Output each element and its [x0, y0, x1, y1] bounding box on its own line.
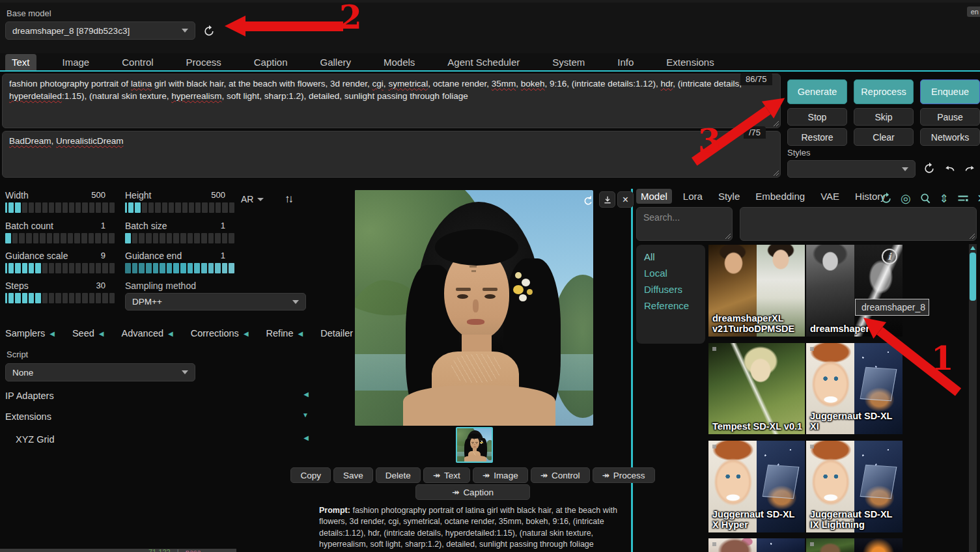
- swap-dimensions-icon[interactable]: ↑↓: [285, 193, 292, 206]
- batch-size-value: 1: [221, 221, 225, 231]
- enqueue-button[interactable]: Enqueue: [920, 79, 980, 104]
- tab-system[interactable]: System: [546, 54, 591, 70]
- scrollbar-thumb[interactable]: [970, 253, 976, 301]
- base-model-value: dreamshaper_8 [879db523c3]: [12, 26, 130, 36]
- send-to-text-button[interactable]: ↠Text: [423, 467, 470, 483]
- styles-apply-icon[interactable]: [942, 161, 957, 176]
- model-card-dreamshaper[interactable]: i dreamshaper: [806, 245, 903, 337]
- networks-tab-style[interactable]: Style: [714, 189, 744, 204]
- search-placeholder: Search...: [643, 212, 680, 223]
- pause-button[interactable]: Pause: [920, 108, 980, 126]
- model-card-partial[interactable]: [806, 538, 903, 552]
- height-slider[interactable]: [125, 202, 234, 213]
- send-to-image-button[interactable]: ↠Image: [473, 467, 528, 483]
- tab-control[interactable]: Control: [115, 54, 160, 70]
- networks-tab-vae[interactable]: VAE: [816, 189, 844, 204]
- width-param: Width500: [5, 190, 115, 213]
- width-label: Width: [5, 190, 29, 200]
- search-icon[interactable]: [919, 192, 932, 205]
- networks-tab-lora[interactable]: Lora: [679, 189, 707, 204]
- skip-button[interactable]: Skip: [854, 108, 914, 126]
- delete-button[interactable]: Delete: [376, 467, 421, 483]
- styles-refresh-icon[interactable]: [921, 161, 937, 176]
- clear-button[interactable]: Clear: [854, 128, 914, 146]
- close-image-button[interactable]: ×: [617, 191, 634, 208]
- filter-diffusers[interactable]: Diffusers: [644, 284, 697, 295]
- refresh-icon[interactable]: [880, 192, 893, 205]
- tab-text[interactable]: Text: [5, 54, 36, 70]
- guidance-end-slider[interactable]: [125, 263, 234, 273]
- networks-search-input[interactable]: Search...: [636, 207, 733, 241]
- sort-icon[interactable]: ⇕: [940, 192, 949, 206]
- copy-button[interactable]: Copy: [290, 467, 331, 483]
- send-to-process-button[interactable]: ↠Process: [593, 467, 655, 483]
- networks-tab-model[interactable]: Model: [636, 189, 672, 204]
- save-button[interactable]: Save: [333, 467, 373, 483]
- batch-count-slider[interactable]: [5, 233, 115, 243]
- width-slider[interactable]: [5, 202, 115, 213]
- networks-toolbar: ◎ ⇕ ×: [880, 190, 980, 207]
- send-to-caption-button[interactable]: ↠Caption: [415, 484, 530, 500]
- tab-process[interactable]: Process: [180, 54, 228, 70]
- model-card-tempest[interactable]: Tempest SD-XL v0.1: [708, 343, 805, 434]
- model-card-juggernaut-x-hyper[interactable]: Juggernaut SD-XL X Hyper: [708, 441, 805, 532]
- xyz-grid-accordion[interactable]: XYZ Grid◀: [16, 434, 309, 445]
- advanced-accordion[interactable]: Advanced◀: [122, 328, 173, 338]
- sampling-method-dropdown[interactable]: DPM++: [125, 293, 306, 310]
- samplers-accordion[interactable]: Samplers◀: [5, 328, 55, 338]
- tab-models[interactable]: Models: [377, 54, 421, 70]
- seed-accordion[interactable]: Seed◀: [72, 328, 104, 338]
- tab-caption[interactable]: Caption: [247, 54, 294, 70]
- gallery-thumbnail[interactable]: [456, 427, 493, 463]
- stop-button[interactable]: Stop: [787, 108, 847, 126]
- tab-image[interactable]: Image: [56, 54, 96, 70]
- refresh-model-icon[interactable]: [201, 23, 217, 40]
- chevron-left-icon: ◀: [244, 330, 249, 337]
- refine-accordion[interactable]: Refine◀: [266, 328, 303, 338]
- info-icon[interactable]: i: [882, 249, 897, 264]
- networks-description-input[interactable]: [740, 207, 977, 241]
- styles-save-icon[interactable]: [962, 161, 978, 176]
- scan-icon[interactable]: ◎: [901, 191, 911, 206]
- send-to-control-button[interactable]: ↠Control: [531, 467, 590, 483]
- reprocess-button[interactable]: Reprocess: [854, 79, 914, 104]
- scroll-up-icon[interactable]: [970, 246, 975, 250]
- close-icon[interactable]: ×: [977, 190, 980, 207]
- prompt-textarea[interactable]: fashion photography portrait of latina g…: [2, 74, 781, 128]
- ip-adapters-accordion[interactable]: IP Adapters◀: [5, 391, 309, 401]
- model-card-juggernaut-xi[interactable]: Juggernaut SD-XL XI: [806, 343, 903, 434]
- chevron-left-icon: ◀: [168, 330, 173, 337]
- filter-all[interactable]: All: [644, 251, 697, 262]
- negative-prompt-textarea[interactable]: BadDream, UnrealisticDream: [2, 131, 781, 178]
- networks-tab-embedding[interactable]: Embedding: [751, 189, 809, 204]
- extensions-accordion[interactable]: Extensions▼: [5, 411, 309, 422]
- generated-image[interactable]: [355, 190, 593, 426]
- tab-extensions[interactable]: Extensions: [660, 54, 720, 70]
- styles-dropdown[interactable]: [787, 160, 916, 178]
- tab-info[interactable]: Info: [611, 54, 640, 70]
- view-list-icon[interactable]: [957, 192, 970, 205]
- generate-button[interactable]: Generate: [787, 79, 847, 104]
- restore-button[interactable]: Restore: [787, 128, 847, 146]
- networks-scrollbar[interactable]: [969, 244, 977, 552]
- tab-agent-scheduler[interactable]: Agent Scheduler: [441, 54, 526, 70]
- batch-size-slider[interactable]: [125, 233, 234, 243]
- base-model-dropdown[interactable]: dreamshaper_8 [879db523c3]: [5, 21, 195, 40]
- chevron-left-icon: ◀: [298, 330, 303, 337]
- ar-dropdown[interactable]: AR: [241, 194, 264, 204]
- filter-reference[interactable]: Reference: [644, 300, 697, 311]
- recycle-image-icon[interactable]: [581, 194, 595, 207]
- script-dropdown[interactable]: None: [5, 363, 195, 381]
- corrections-accordion[interactable]: Corrections◀: [191, 328, 249, 338]
- model-card-partial[interactable]: [708, 538, 805, 552]
- guidance-scale-slider[interactable]: [5, 263, 115, 273]
- networks-button[interactable]: Networks: [920, 128, 980, 146]
- model-card-juggernaut-ix-lightning[interactable]: Juggernaut SD-XL IX Lightning: [806, 441, 903, 532]
- model-card-dreamshaperxl[interactable]: dreamshaperXL v21TurboDPMSDE: [708, 245, 805, 337]
- steps-slider[interactable]: [5, 293, 115, 303]
- download-image-button[interactable]: [599, 191, 615, 208]
- guidance-end-param: Guidance end1: [125, 251, 234, 273]
- height-value: 500: [211, 190, 225, 200]
- filter-local[interactable]: Local: [644, 268, 697, 279]
- tab-gallery[interactable]: Gallery: [313, 54, 357, 70]
